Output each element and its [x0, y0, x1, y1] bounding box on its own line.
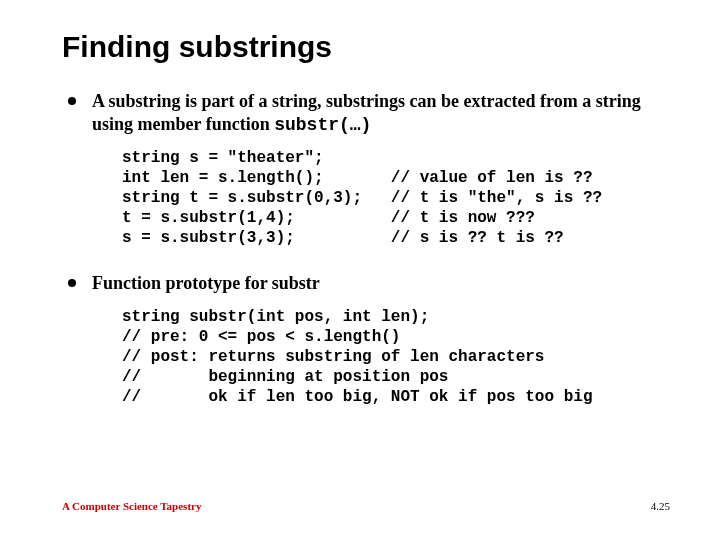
bullet-list: A substring is part of a string, substri… [62, 90, 670, 407]
code-block: string s = "theater"; int len = s.length… [122, 148, 670, 248]
code-block: string substr(int pos, int len); // pre:… [122, 307, 670, 407]
inline-code: substr(…) [274, 115, 371, 135]
bullet-item: A substring is part of a string, substri… [62, 90, 670, 248]
bullet-item: Function prototype for substr string sub… [62, 272, 670, 407]
footer-left: A Computer Science Tapestry [62, 500, 201, 512]
slide-title: Finding substrings [62, 30, 670, 64]
page-number: 4.25 [651, 500, 670, 512]
slide: Finding substrings A substring is part o… [0, 0, 720, 540]
bullet-text: Function prototype for substr [92, 273, 320, 293]
bullet-text: A substring is part of a string, substri… [92, 91, 641, 134]
